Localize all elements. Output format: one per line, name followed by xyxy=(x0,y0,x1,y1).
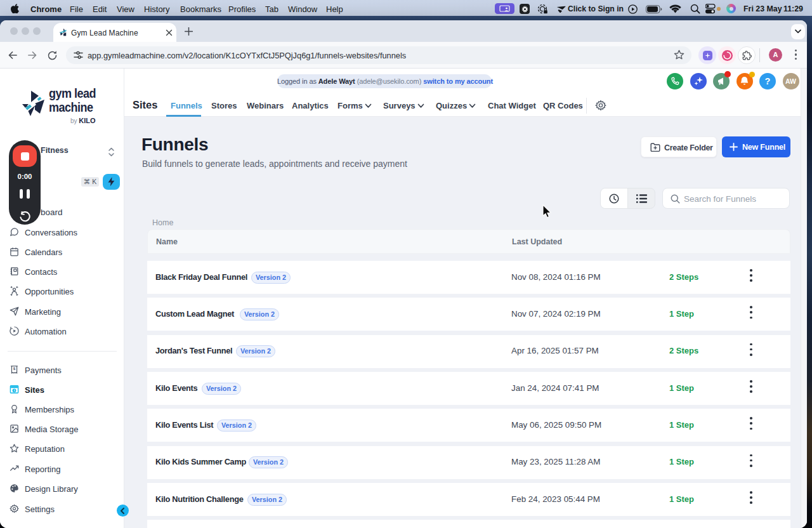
svg-text:$: $ xyxy=(13,366,16,371)
